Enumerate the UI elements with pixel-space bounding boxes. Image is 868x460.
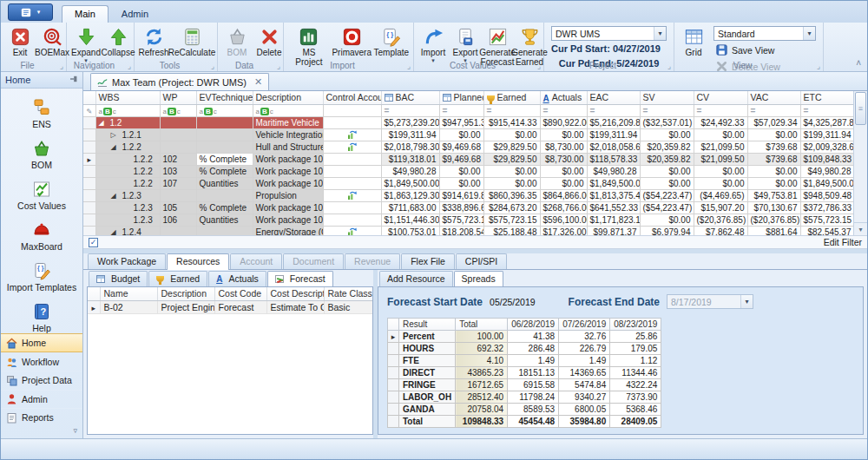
filter-cell[interactable]: aBc — [587, 104, 640, 116]
spreads-row[interactable]: Percent 100.00 41.38 32.76 25.86 — [388, 331, 661, 343]
spreads-row[interactable]: FRINGE 16712.65 6915.58 5474.84 4322.24 — [388, 379, 661, 391]
auto-hide-pin-icon[interactable] — [69, 75, 78, 85]
expand-toggle-icon[interactable] — [111, 130, 116, 141]
spreads-row[interactable]: HOURS 692.32 286.48 226.79 179.05 — [388, 343, 661, 355]
expand-toggle-icon[interactable] — [111, 142, 116, 153]
expand-button[interactable]: Expand ▾ — [70, 25, 102, 65]
nav-item-reports[interactable]: Reports — [1, 408, 82, 426]
expand-toggle-icon[interactable] — [111, 191, 116, 201]
column-header[interactable]: EVTechnique — [196, 91, 253, 104]
filter-cell[interactable]: aBc — [483, 104, 540, 116]
column-header-rate-class[interactable]: Rate Class — [324, 287, 372, 300]
spreads-row[interactable]: GANDA 20758.04 8589.53 6800.05 5368.46 — [388, 404, 661, 416]
filter-cell[interactable]: aBc — [95, 104, 160, 116]
column-header[interactable]: SV — [640, 91, 694, 104]
nav-overflow-chevron-icon[interactable]: ▿ — [1, 426, 82, 438]
grid-button[interactable]: Grid — [678, 25, 709, 60]
project-group-launcher-icon[interactable]: ⌟ — [667, 62, 671, 69]
filter-cell[interactable]: aBc — [323, 104, 381, 116]
bottom-tab[interactable]: Work Package — [88, 253, 166, 269]
resource-tab[interactable]: Earned — [148, 271, 207, 286]
bom-button[interactable]: BOM — [221, 25, 253, 60]
collapse-button[interactable]: Collapse — [102, 25, 134, 60]
resource-tab[interactable]: Actuals — [208, 271, 266, 286]
view-group-launcher-icon[interactable]: ⌟ — [817, 62, 820, 69]
nav-item-project-data[interactable]: Project Data — [1, 371, 82, 389]
cost-values-group-launcher-icon[interactable]: ⌟ — [537, 62, 541, 69]
spreads-row[interactable]: DIRECT 43865.23 18151.13 14369.65 11344.… — [388, 367, 661, 379]
ribbon-tab-main[interactable]: Main — [62, 5, 108, 23]
column-header[interactable]: Actuals — [540, 91, 587, 104]
spreads-tab[interactable]: Add Resource — [379, 271, 453, 286]
wbs-grid-row[interactable]: 1.2 Maritime Vehicle $5,273,239.20 $947,… — [83, 116, 853, 128]
spreads-column-header[interactable]: 06/28/2019 — [508, 319, 559, 331]
sidebar-item-import-templates[interactable]: { } Import Templates — [1, 261, 82, 292]
sidebar-item-help[interactable]: ? Help — [1, 302, 82, 333]
refresh-button[interactable]: Refresh — [138, 25, 169, 60]
save-view-button[interactable]: Save View — [713, 43, 816, 57]
filter-cell[interactable]: aBc — [694, 104, 747, 116]
sidebar-item-cost-values[interactable]: Cost Values — [1, 180, 82, 211]
wbs-grid-row[interactable]: 1.2.2 107 Quantities Work package 107 - … — [83, 177, 853, 189]
scrollbar-thumb[interactable] — [855, 92, 866, 125]
wbs-grid-row[interactable]: 1.2.3 Propulsion $1,863,129.30 $914,619.… — [83, 189, 853, 201]
edit-filter-link[interactable]: Edit Filter — [824, 237, 862, 247]
sidebar-item-maxboard[interactable]: MaxBoard — [1, 220, 82, 252]
bottom-tab[interactable]: Flex File — [401, 253, 455, 269]
primavera-button[interactable]: Primavera — [332, 25, 372, 60]
filter-enabled-checkbox[interactable] — [89, 238, 98, 247]
column-header[interactable]: WP — [160, 91, 196, 104]
template-button[interactable]: { } Template — [373, 25, 410, 60]
spreads-column-header[interactable]: Result — [399, 319, 456, 331]
column-header[interactable]: BAC — [381, 91, 439, 104]
bottom-tab[interactable]: Resources — [167, 253, 229, 270]
forecast-end-date-select[interactable]: 8/17/2019 — [667, 294, 753, 309]
wbs-grid-row[interactable]: 1.2.2 102 % Complete Work package 102 $1… — [83, 153, 853, 165]
resource-row[interactable]: B-02 Project Engineer Forecast Estimate … — [88, 300, 372, 313]
grid-vertical-scrollbar[interactable] — [853, 91, 867, 235]
export-button[interactable]: Export ▾ — [450, 25, 481, 65]
expand-toggle-icon[interactable] — [99, 118, 104, 128]
sidebar-item-bom[interactable]: BOM — [1, 139, 82, 170]
spreads-tab[interactable]: Spreads — [454, 271, 503, 286]
spreads-row[interactable]: FTE 4.10 1.49 1.49 1.12 — [388, 355, 661, 367]
bottom-tab[interactable]: Document — [283, 253, 344, 269]
column-header[interactable]: Control Account — [323, 91, 381, 104]
filter-cell[interactable]: aBc — [640, 104, 694, 116]
boemax-button[interactable]: BOEMax — [36, 25, 68, 60]
wbs-grid-row[interactable]: 1.2.2 Hull and Structure $2,018,798.30 $… — [83, 141, 853, 153]
column-header-name[interactable]: Name — [100, 287, 157, 300]
document-tab-close-icon[interactable]: ✕ — [254, 76, 262, 88]
nav-item-workflow[interactable]: Workflow — [1, 352, 82, 371]
import-button[interactable]: Import ▾ — [418, 25, 449, 65]
column-header[interactable]: WBS — [95, 91, 160, 104]
tools-group-launcher-icon[interactable]: ⌟ — [211, 62, 214, 69]
application-menu-button[interactable]: ▾ — [8, 3, 53, 21]
column-header[interactable]: ETC — [800, 91, 853, 104]
resource-tab[interactable]: Budget — [89, 271, 148, 286]
spreads-row[interactable]: LABOR_OH 28512.40 11798.24 9340.27 7373.… — [388, 391, 661, 404]
resource-tab[interactable]: Forecast — [267, 271, 333, 286]
nav-item-admin[interactable]: Admin — [1, 390, 82, 408]
delete-button[interactable]: Delete — [253, 25, 285, 60]
wbs-grid-row[interactable]: 1.2.3 105 % Complete Work package 105 $7… — [83, 201, 853, 214]
filter-cell[interactable]: aBc — [381, 104, 439, 116]
column-header-description[interactable]: Description — [157, 287, 214, 300]
ribbon-tab-admin[interactable]: Admin — [108, 5, 161, 23]
filter-cell[interactable]: aBc — [800, 104, 853, 116]
spreads-column-header[interactable]: 07/26/2019 — [559, 319, 610, 331]
filter-cell[interactable]: aBc — [253, 104, 323, 116]
wbs-grid-row[interactable]: 1.2.2 103 % Complete Work package 103 $4… — [83, 165, 853, 177]
column-header-cost-code[interactable]: Cost Code — [214, 287, 266, 300]
minimize-ribbon-icon[interactable]: ˄ — [856, 58, 861, 68]
filter-cell[interactable]: aBc — [747, 104, 800, 116]
exit-button[interactable]: Exit — [4, 25, 36, 60]
spreads-row[interactable]: Total 109848.33 45454.48 35984.80 28409.… — [388, 416, 661, 428]
nav-item-home[interactable]: Home — [1, 333, 82, 352]
filter-cell[interactable]: aBc — [540, 104, 587, 116]
data-group-launcher-icon[interactable]: ⌟ — [277, 62, 280, 69]
file-group-launcher-icon[interactable]: ⌟ — [60, 62, 63, 69]
view-select[interactable]: Standard — [713, 26, 816, 41]
filter-cell[interactable]: aBc — [439, 104, 483, 116]
column-header-cost-description[interactable]: Cost Description — [266, 287, 324, 300]
